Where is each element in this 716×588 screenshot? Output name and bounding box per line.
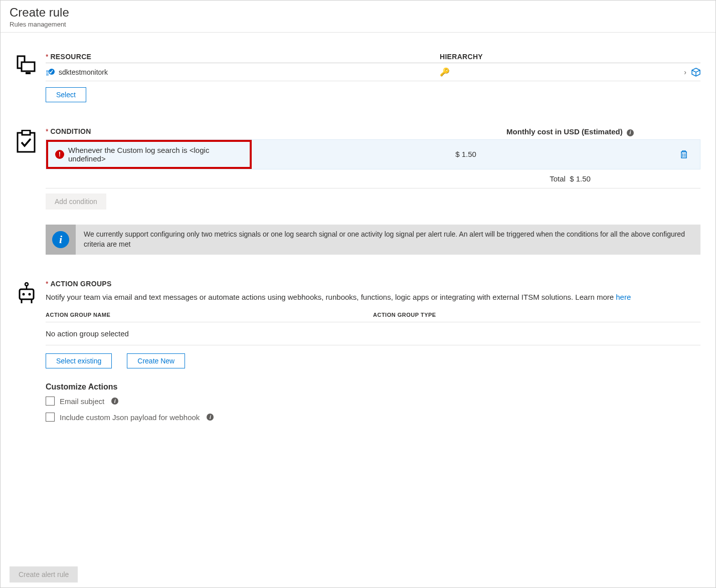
action-groups-label: ACTION GROUPS [50,280,111,288]
info-icon[interactable]: i [207,414,214,421]
breadcrumb: Rules management [10,21,706,28]
trash-icon [680,150,688,159]
cube-icon [691,68,700,77]
info-box: i We currently support configuring only … [46,225,700,255]
svg-point-8 [25,283,28,286]
create-new-button[interactable]: Create New [127,353,185,368]
resource-row[interactable]: sdktestmonitork 🔑 › [46,63,700,81]
svg-rect-1 [22,62,35,71]
required-star: * [46,53,48,61]
svg-point-12 [29,293,31,295]
info-icon[interactable]: i [627,129,634,136]
svg-rect-7 [22,130,30,135]
create-alert-rule-button: Create alert rule [10,566,78,582]
hierarchy-label: HIERARCHY [440,53,483,61]
workspace-icon [46,68,55,77]
required-star: * [46,280,48,288]
resource-section: *RESOURCE HIERARCHY sdktestmonitork 🔑 › [16,53,700,102]
resource-section-icon [16,53,46,102]
info-text: We currently support configuring only tw… [76,225,700,254]
email-subject-label: Email subject [60,397,104,406]
svg-rect-6 [18,133,35,152]
email-subject-checkbox[interactable] [46,397,55,406]
condition-text: Whenever the Custom log search is <logic… [68,146,243,163]
total-value: $ 1.50 [570,174,591,183]
cost-header: Monthly cost in USD (Estimated) [506,127,623,136]
ag-empty-text: No action group selected [46,322,700,345]
json-payload-checkbox[interactable] [46,413,55,422]
json-payload-label: Include custom Json payload for webhook [60,413,200,422]
computer-icon [16,55,37,76]
robot-icon [16,282,38,304]
info-icon[interactable]: i [111,398,118,405]
learn-more-link[interactable]: here [616,293,631,301]
customize-actions-title: Customize Actions [46,382,700,391]
ag-type-header: ACTION GROUP TYPE [373,312,700,318]
delete-condition-button[interactable] [680,150,700,159]
condition-section-icon [16,127,46,255]
alert-icon: ! [55,150,64,159]
page-title: Create rule [10,6,706,20]
page-header: Create rule Rules management [1,1,715,33]
svg-rect-10 [20,289,34,299]
chevron-right-icon: › [684,68,686,76]
resource-label: RESOURCE [50,53,91,61]
clipboard-check-icon [16,130,37,153]
condition-label: CONDITION [50,127,91,135]
key-icon: 🔑 [440,67,450,77]
svg-point-11 [23,293,25,295]
svg-rect-3 [46,70,49,73]
ag-name-header: ACTION GROUP NAME [46,312,373,318]
select-existing-button[interactable]: Select existing [46,353,112,368]
total-label: Total [550,174,566,183]
add-condition-button: Add condition [46,193,106,210]
resource-name: sdktestmonitork [59,68,108,76]
footer: Create alert rule [1,561,715,587]
svg-rect-4 [46,73,49,76]
action-groups-icon [16,280,46,429]
info-icon: i [52,231,69,248]
condition-row[interactable]: ! Whenever the Custom log search is <log… [46,139,700,169]
required-star: * [46,127,48,135]
svg-rect-2 [26,72,31,74]
action-groups-desc: Notify your team via email and text mess… [46,293,616,301]
action-groups-section: *ACTION GROUPS Notify your team via emai… [16,280,700,429]
select-resource-button[interactable]: Select [46,87,86,102]
condition-cost: $ 1.50 [252,145,680,163]
condition-section: *CONDITION Monthly cost in USD (Estimate… [16,127,700,255]
